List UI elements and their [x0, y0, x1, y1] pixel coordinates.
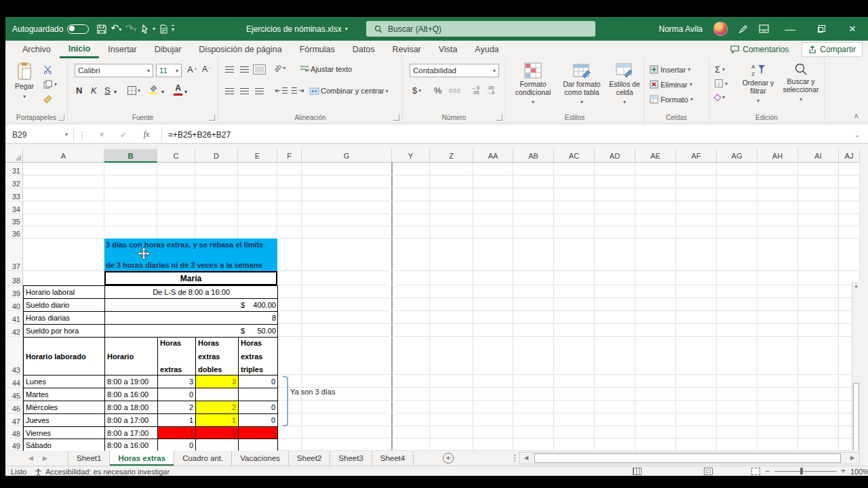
- sheet-tab-sheet2[interactable]: Sheet2: [289, 451, 330, 466]
- align-middle-icon[interactable]: [240, 66, 249, 73]
- column-header-Z[interactable]: Z: [430, 149, 473, 163]
- autosum-button[interactable]: Σ▾: [715, 64, 725, 75]
- column-header-A[interactable]: A: [23, 149, 104, 163]
- column-header-C[interactable]: C: [157, 149, 195, 163]
- grid-cell[interactable]: 1: [239, 427, 278, 439]
- column-header-D[interactable]: D: [195, 149, 238, 163]
- sheet-tab-sheet1[interactable]: Sheet1: [68, 451, 110, 466]
- row-header-47[interactable]: 47: [5, 413, 23, 426]
- ribbon-tab-disposición-de-página[interactable]: Disposición de página: [190, 41, 290, 58]
- row-header-33[interactable]: 33: [5, 188, 23, 201]
- cells-region[interactable]: 3 días con horas extras, y se rebasa el …: [23, 163, 860, 451]
- header-cell[interactable]: Horasextrastriples: [239, 338, 278, 375]
- row-header-34[interactable]: 34: [5, 201, 23, 214]
- scroll-up-icon[interactable]: ▲: [852, 283, 860, 288]
- header-cell[interactable]: Horario laborado: [24, 338, 105, 375]
- delete-cells-button[interactable]: Eliminar▾: [650, 80, 692, 89]
- conditional-formatting-button[interactable]: Formato condicional▾: [511, 62, 555, 106]
- save-icon[interactable]: [97, 24, 106, 34]
- grid-cell[interactable]: Horas diarias: [24, 312, 105, 325]
- clear-button[interactable]: ▾: [715, 94, 725, 100]
- grid-cell[interactable]: 0: [196, 427, 239, 439]
- share-button[interactable]: Compartir: [802, 42, 863, 57]
- fill-color-carat[interactable]: ▾: [161, 89, 164, 95]
- decrease-decimal-button[interactable]: .00→0: [487, 85, 494, 95]
- ribbon-display-options-icon[interactable]: [759, 24, 769, 33]
- header-cell[interactable]: Horario: [105, 338, 158, 375]
- font-name-select[interactable]: Calibri▾: [75, 64, 153, 77]
- grid-cell[interactable]: Jueves: [24, 414, 105, 427]
- zoom-level[interactable]: 100%: [850, 468, 868, 476]
- avatar[interactable]: [713, 22, 728, 36]
- row-header-41[interactable]: 41: [5, 311, 23, 324]
- column-header-E[interactable]: E: [238, 149, 277, 163]
- grid-cell[interactable]: 0: [239, 401, 278, 414]
- row-header-42[interactable]: 42: [5, 324, 23, 337]
- merge-center-button[interactable]: Combinar y centrar▾: [309, 87, 389, 95]
- zoom-in-icon[interactable]: +: [841, 466, 846, 476]
- sort-filter-button[interactable]: A Z Ordenar y filtrar▾: [738, 62, 778, 105]
- new-sheet-button[interactable]: +: [443, 453, 454, 464]
- expand-formula-bar-icon[interactable]: ⌄: [848, 125, 867, 144]
- cut-button[interactable]: [43, 65, 52, 74]
- column-header-AI[interactable]: AI: [798, 149, 839, 163]
- cell-note-b37[interactable]: 3 días con horas extras, y se rebasa el …: [104, 239, 277, 271]
- format-as-table-button[interactable]: Dar formato como tabla▾: [557, 62, 606, 106]
- align-right-icon[interactable]: [255, 88, 264, 94]
- grid-cell[interactable]: Sueldo diario: [24, 299, 105, 312]
- fill-button[interactable]: ↓▾: [715, 79, 728, 87]
- row-header-49[interactable]: 49: [5, 439, 23, 451]
- undo-button[interactable]: ↶▾: [111, 17, 121, 41]
- row-header-32[interactable]: 32: [5, 176, 23, 188]
- grid-cell[interactable]: Viernes: [24, 427, 105, 439]
- increase-decimal-button[interactable]: ←0.00: [472, 85, 479, 95]
- column-header-AC[interactable]: AC: [554, 149, 595, 163]
- clipboard-dialog-launcher[interactable]: [58, 115, 64, 121]
- orientation-button[interactable]: ab▾: [274, 64, 285, 72]
- grid-cell[interactable]: 3: [158, 375, 196, 388]
- thousands-button[interactable]: 000: [449, 87, 461, 94]
- confirm-entry-icon[interactable]: ✓: [114, 125, 133, 144]
- grid-cell[interactable]: 8:00 a 16:00: [105, 388, 158, 401]
- autosave-toggle[interactable]: [67, 24, 89, 34]
- decrease-font-icon[interactable]: Aˇ: [202, 64, 210, 74]
- employee-info-table[interactable]: Horario laboral De L-S de 8:00 a 16:00 S…: [23, 285, 278, 338]
- cell-styles-button[interactable]: Estilos de celda▾: [608, 62, 642, 106]
- qat-overflow-icon[interactable]: ▾: [172, 25, 174, 33]
- find-select-button[interactable]: Buscar y seleccionar▾: [780, 62, 822, 104]
- zoom-slider-thumb[interactable]: [800, 468, 803, 474]
- column-header-Y[interactable]: Y: [392, 149, 430, 163]
- align-top-icon[interactable]: [225, 66, 234, 73]
- font-color-button[interactable]: A: [174, 83, 182, 96]
- column-header-AJ[interactable]: AJ: [839, 149, 860, 163]
- number-format-select[interactable]: Contabilidad▾: [410, 64, 499, 77]
- align-left-icon[interactable]: [225, 88, 234, 94]
- row-header-39[interactable]: 39: [5, 285, 23, 298]
- align-bottom-icon[interactable]: [255, 66, 264, 73]
- select-all-corner[interactable]: [5, 149, 23, 163]
- column-header-AB[interactable]: AB: [513, 149, 554, 163]
- grid-cell[interactable]: [196, 388, 239, 401]
- font-color-carat[interactable]: ▾: [184, 89, 187, 95]
- grid-cell[interactable]: 1: [196, 414, 239, 427]
- column-header-AG[interactable]: AG: [717, 149, 757, 163]
- row-header-48[interactable]: 48: [5, 426, 23, 439]
- redo-button[interactable]: ↷▾: [125, 17, 136, 41]
- column-header-F[interactable]: F: [277, 149, 302, 163]
- page-layout-view-icon[interactable]: [704, 468, 713, 475]
- name-box[interactable]: B29▾: [7, 127, 72, 142]
- grid-cell[interactable]: Martes: [24, 388, 105, 401]
- borders-button[interactable]: ▾: [127, 86, 140, 95]
- row-header-43[interactable]: 43: [5, 337, 23, 375]
- format-cells-button[interactable]: Formato▾: [650, 95, 693, 104]
- zoom-out-icon[interactable]: −: [765, 466, 770, 476]
- underline-button[interactable]: S: [104, 85, 111, 96]
- underline-carat[interactable]: ▾: [114, 89, 117, 95]
- font-size-select[interactable]: 11▾: [156, 64, 182, 77]
- column-header-AE[interactable]: AE: [635, 149, 676, 163]
- grid-cell[interactable]: $400.00: [105, 299, 278, 312]
- row-header-38[interactable]: 38: [5, 271, 23, 285]
- row-header-45[interactable]: 45: [5, 388, 23, 401]
- row-header-36[interactable]: 36: [5, 226, 23, 239]
- column-header-AA[interactable]: AA: [473, 149, 513, 163]
